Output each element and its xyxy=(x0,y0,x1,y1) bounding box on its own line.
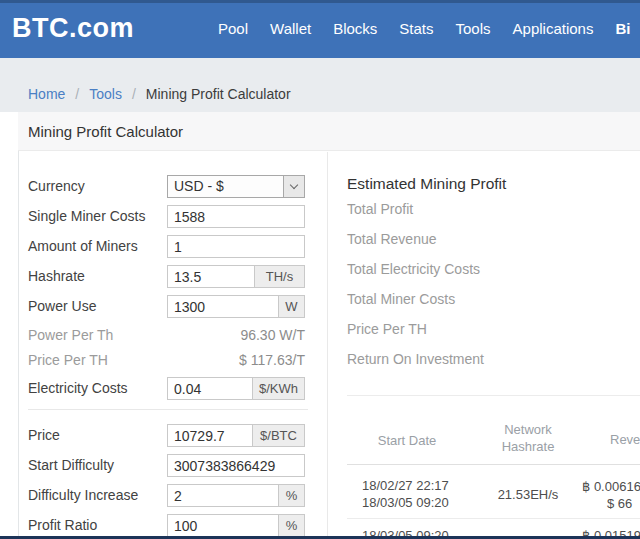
top-navbar: BTC.com Pool Wallet Blocks Stats Tools A… xyxy=(0,0,640,58)
power-per-th-label: Power Per Th xyxy=(28,327,113,343)
network-hashrate-cell: 21.53EH/s xyxy=(468,487,588,502)
nav-menu: Pool Wallet Blocks Stats Tools Applicati… xyxy=(218,20,630,37)
electricity-costs-label: Electricity Costs xyxy=(28,380,128,396)
power-use-input[interactable] xyxy=(168,296,278,317)
total-electricity-costs-label: Total Electricity Costs xyxy=(347,261,480,277)
currency-select[interactable]: USD - $ xyxy=(167,175,305,198)
breadcrumb: Home / Tools / Mining Profit Calculator xyxy=(28,86,291,102)
power-use-label: Power Use xyxy=(28,298,96,314)
breadcrumb-separator: / xyxy=(75,86,79,102)
start-difficulty-row xyxy=(167,454,305,477)
single-miner-costs-label: Single Miner Costs xyxy=(28,208,146,224)
table-header-network-hashrate: Network Hashrate xyxy=(488,421,568,455)
amount-of-miners-row xyxy=(167,235,305,258)
total-miner-costs-label: Total Miner Costs xyxy=(347,291,455,307)
table-top-border xyxy=(347,395,640,396)
electricity-costs-unit: $/KWh xyxy=(252,378,304,399)
price-per-th-result-label: Price Per TH xyxy=(347,321,427,337)
hashrate-row: TH/s xyxy=(167,265,305,288)
breadcrumb-home-link[interactable]: Home xyxy=(28,86,65,102)
price-per-th-label: Price Per TH xyxy=(28,352,108,368)
calculator-panel xyxy=(18,112,640,539)
difficulty-increase-label: Difficulty Increase xyxy=(28,487,138,503)
difficulty-increase-unit: % xyxy=(278,485,304,506)
column-divider xyxy=(327,152,328,539)
amount-of-miners-input[interactable] xyxy=(167,235,305,258)
start-date-line1: 18/02/27 22:17 xyxy=(362,477,449,494)
nav-item-blocks[interactable]: Blocks xyxy=(333,20,377,37)
hashrate-label: Hashrate xyxy=(28,268,85,284)
breadcrumb-current: Mining Profit Calculator xyxy=(146,86,291,102)
hashrate-input[interactable] xyxy=(168,266,254,287)
power-use-unit: W xyxy=(278,296,304,317)
revenue-usd-cell: $ 66 xyxy=(607,496,632,511)
currency-label: Currency xyxy=(28,178,85,194)
price-label: Price xyxy=(28,427,60,443)
breadcrumb-tools-link[interactable]: Tools xyxy=(89,86,122,102)
return-on-investment-label: Return On Investment xyxy=(347,351,484,367)
single-miner-costs-input[interactable] xyxy=(167,205,305,228)
start-difficulty-label: Start Difficulty xyxy=(28,457,114,473)
hashrate-unit: TH/s xyxy=(254,266,304,287)
amount-of-miners-label: Amount of Miners xyxy=(28,238,138,254)
price-unit: $/BTC xyxy=(252,425,304,446)
profit-ratio-unit: % xyxy=(278,515,304,536)
estimated-mining-profit-heading: Estimated Mining Profit xyxy=(347,175,506,193)
table-row: 18/02/27 22:17 18/03/05 09:20 xyxy=(362,477,449,511)
table-row-border xyxy=(347,518,640,519)
form-divider xyxy=(28,409,308,410)
currency-select-value: USD - $ xyxy=(168,176,283,197)
difficulty-increase-row: % xyxy=(167,484,305,507)
total-revenue-label: Total Revenue xyxy=(347,231,437,247)
table-header-start-date: Start Date xyxy=(347,433,467,448)
price-row: $/BTC xyxy=(167,424,305,447)
price-input[interactable] xyxy=(168,425,252,446)
nav-item-bitcoin-clipped[interactable]: Bi xyxy=(615,20,630,37)
btc-com-logo[interactable]: BTC.com xyxy=(12,13,134,44)
breadcrumb-band xyxy=(0,58,640,112)
nav-item-wallet[interactable]: Wallet xyxy=(270,20,311,37)
start-difficulty-input[interactable] xyxy=(167,454,305,477)
profit-ratio-row: % xyxy=(167,514,305,537)
price-per-th-value: $ 117.63/T xyxy=(167,352,305,368)
difficulty-increase-input[interactable] xyxy=(168,485,278,506)
nav-item-pool[interactable]: Pool xyxy=(218,20,248,37)
nav-item-tools[interactable]: Tools xyxy=(456,20,491,37)
electricity-costs-row: $/KWh xyxy=(167,377,305,400)
table-header-border xyxy=(347,464,640,465)
total-profit-label: Total Profit xyxy=(347,201,413,217)
chevron-down-icon xyxy=(283,176,304,197)
revenue-btc-cell: ฿ 0.00616 xyxy=(582,479,640,494)
nav-item-applications[interactable]: Applications xyxy=(513,20,594,37)
mining-profit-calculator-page: BTC.com Pool Wallet Blocks Stats Tools A… xyxy=(0,0,640,539)
profit-ratio-input[interactable] xyxy=(168,515,278,536)
profit-ratio-label: Profit Ratio xyxy=(28,517,97,533)
page-title: Mining Profit Calculator xyxy=(28,123,183,140)
start-date-line2: 18/03/05 09:20 xyxy=(362,494,449,511)
single-miner-costs-row xyxy=(167,205,305,228)
power-use-row: W xyxy=(167,295,305,318)
table-header-revenue: Revenue xyxy=(610,432,640,447)
power-per-th-value: 96.30 W/T xyxy=(167,327,305,343)
electricity-costs-input[interactable] xyxy=(168,378,252,399)
breadcrumb-separator: / xyxy=(132,86,136,102)
nav-item-stats[interactable]: Stats xyxy=(399,20,433,37)
